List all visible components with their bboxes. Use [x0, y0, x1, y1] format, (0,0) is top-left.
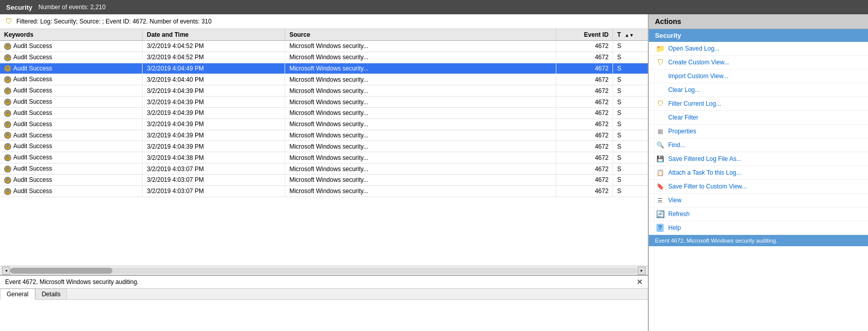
cell-source: Microsoft Windows security...	[285, 130, 556, 141]
col-source-header[interactable]: Source	[285, 29, 556, 41]
table-row[interactable]: Audit Success3/2/2019 4:04:38 PMMicrosof…	[0, 152, 648, 163]
audit-success-icon	[4, 76, 11, 83]
tab-details[interactable]: Details	[35, 289, 67, 299]
audit-success-icon	[4, 110, 11, 117]
event-table: Keywords Date and Time Source Event ID T	[0, 29, 648, 197]
cell-eventid: 4672	[556, 185, 613, 197]
action-label: Save Filtered Log File As...	[668, 155, 741, 162]
cell-source: Microsoft Windows security...	[285, 107, 556, 119]
cell-source: Microsoft Windows security...	[285, 174, 556, 185]
table-row[interactable]: Audit Success3/2/2019 4:04:52 PMMicrosof…	[0, 41, 648, 52]
action-item[interactable]: ☰View	[649, 194, 868, 207]
cell-keywords: Audit Success	[0, 185, 143, 197]
action-label: Find...	[668, 141, 685, 149]
hscroll-thumb[interactable]	[10, 268, 112, 274]
cell-eventid: 4672	[556, 163, 613, 175]
table-row[interactable]: Audit Success3/2/2019 4:04:39 PMMicrosof…	[0, 141, 648, 152]
action-item[interactable]: ?Help	[649, 221, 868, 235]
action-item[interactable]: Clear Filter	[649, 111, 868, 125]
action-item[interactable]: 📋Attach a Task To this Log...	[649, 166, 868, 180]
action-label: View	[668, 197, 682, 204]
props-icon: ▦	[658, 128, 663, 135]
keyword-text: Audit Success	[13, 54, 52, 61]
cell-datetime: 3/2/2019 4:03:07 PM	[143, 174, 285, 185]
audit-success-icon	[4, 154, 11, 161]
find-icon: 🔍	[656, 141, 664, 149]
action-item[interactable]: 🔄Refresh	[649, 207, 868, 221]
keyword-text: Audit Success	[13, 187, 52, 195]
bottom-title-bar: Event 4672, Microsoft Windows security a…	[0, 276, 648, 289]
event-table-container[interactable]: Keywords Date and Time Source Event ID T	[0, 29, 648, 266]
cell-eventid: 4672	[556, 152, 613, 163]
keyword-text: Audit Success	[13, 143, 52, 150]
keyword-text: Audit Success	[13, 109, 52, 116]
filter-icon: ⛉	[657, 100, 664, 108]
audit-success-icon	[4, 99, 11, 106]
table-row[interactable]: Audit Success3/2/2019 4:04:39 PMMicrosof…	[0, 97, 648, 108]
cell-source: Microsoft Windows security...	[285, 152, 556, 163]
audit-success-icon	[4, 177, 11, 184]
action-item[interactable]: 🔖Save Filter to Custom View...	[649, 180, 868, 194]
cell-t: S	[613, 85, 648, 97]
action-item[interactable]: ▦Properties	[649, 125, 868, 138]
table-row[interactable]: Audit Success3/2/2019 4:04:52 PMMicrosof…	[0, 52, 648, 63]
filter-icon: ⛉	[657, 59, 664, 66]
hscroll-left[interactable]: ◂	[2, 267, 10, 275]
action-item[interactable]: ⛉Filter Current Log...	[649, 97, 868, 111]
top-bar-title: Security	[6, 4, 32, 11]
audit-success-icon	[4, 143, 11, 150]
cell-t: S	[613, 174, 648, 185]
action-label: Import Custom View...	[668, 73, 728, 80]
cell-keywords: Audit Success	[0, 174, 143, 185]
actions-section-title: Security	[649, 29, 868, 42]
cell-source: Microsoft Windows security...	[285, 163, 556, 175]
cell-eventid: 4672	[556, 41, 613, 52]
action-item[interactable]: 💾Save Filtered Log File As...	[649, 152, 868, 166]
action-item[interactable]: 📁Open Saved Log...	[649, 42, 868, 56]
action-label: Help	[668, 224, 681, 231]
cell-datetime: 3/2/2019 4:03:07 PM	[143, 163, 285, 175]
cell-keywords: Audit Success	[0, 152, 143, 163]
action-item[interactable]: Import Custom View...	[649, 69, 868, 83]
cell-datetime: 3/2/2019 4:04:39 PM	[143, 85, 285, 97]
audit-success-icon	[4, 54, 11, 61]
tab-general[interactable]: General	[0, 289, 35, 300]
cell-keywords: Audit Success	[0, 97, 143, 108]
hscroll-bar[interactable]	[10, 268, 638, 274]
table-row[interactable]: Audit Success3/2/2019 4:04:39 PMMicrosof…	[0, 119, 648, 130]
cell-datetime: 3/2/2019 4:04:52 PM	[143, 41, 285, 52]
keyword-text: Audit Success	[13, 176, 52, 183]
top-bar-count: Number of events: 2,210	[38, 4, 105, 11]
action-item[interactable]: Clear Log...	[649, 83, 868, 97]
actions-bottom-event: Event 4672, Microsoft Windows security a…	[649, 235, 868, 246]
col-eventid-header[interactable]: Event ID	[556, 29, 613, 41]
view-icon: ☰	[658, 197, 663, 204]
table-row[interactable]: Audit Success3/2/2019 4:03:07 PMMicrosof…	[0, 163, 648, 175]
hscroll-right[interactable]: ▸	[638, 267, 646, 275]
table-row[interactable]: Audit Success3/2/2019 4:04:49 PMMicrosof…	[0, 63, 648, 74]
col-t-header[interactable]: T ▲▼	[613, 29, 648, 41]
col-keywords-header[interactable]: Keywords	[0, 29, 143, 41]
action-item[interactable]: ⛉Create Custom View...	[649, 56, 868, 69]
cell-eventid: 4672	[556, 141, 613, 152]
table-row[interactable]: Audit Success3/2/2019 4:03:07 PMMicrosof…	[0, 174, 648, 185]
help-icon: ?	[656, 224, 663, 232]
keyword-text: Audit Success	[13, 76, 52, 83]
cell-source: Microsoft Windows security...	[285, 119, 556, 130]
action-item[interactable]: 🔍Find...	[649, 138, 868, 152]
cell-keywords: Audit Success	[0, 52, 143, 63]
table-row[interactable]: Audit Success3/2/2019 4:04:39 PMMicrosof…	[0, 107, 648, 119]
table-row[interactable]: Audit Success3/2/2019 4:04:39 PMMicrosof…	[0, 130, 648, 141]
table-row[interactable]: Audit Success3/2/2019 4:04:39 PMMicrosof…	[0, 85, 648, 97]
cell-eventid: 4672	[556, 63, 613, 74]
table-row[interactable]: Audit Success3/2/2019 4:03:07 PMMicrosof…	[0, 185, 648, 197]
table-row[interactable]: Audit Success3/2/2019 4:04:40 PMMicrosof…	[0, 74, 648, 85]
cell-eventid: 4672	[556, 119, 613, 130]
col-datetime-header[interactable]: Date and Time	[143, 29, 285, 41]
bottom-panel: Event 4672, Microsoft Windows security a…	[0, 275, 648, 331]
close-button[interactable]: ✕	[637, 278, 643, 286]
cell-keywords: Audit Success	[0, 107, 143, 119]
cell-datetime: 3/2/2019 4:04:38 PM	[143, 152, 285, 163]
cell-source: Microsoft Windows security...	[285, 97, 556, 108]
table-body: Audit Success3/2/2019 4:04:52 PMMicrosof…	[0, 41, 648, 197]
